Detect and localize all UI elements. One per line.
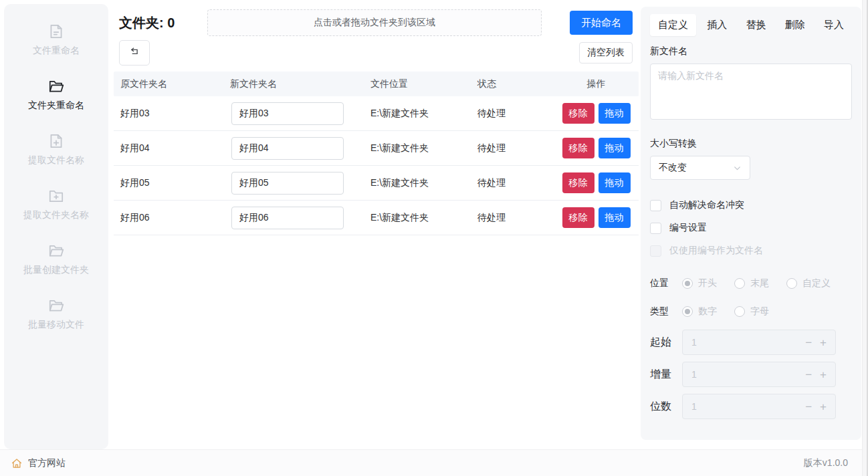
folder-counter: 文件夹: 0 <box>119 14 207 32</box>
start-number-label: 起始 <box>650 336 682 350</box>
new-filename-textarea[interactable] <box>650 64 852 120</box>
sidebar-item-file-rename[interactable]: 文件重命名 <box>33 23 80 57</box>
sidebar-item-folder-rename[interactable]: 文件夹重命名 <box>28 78 84 112</box>
new-filename-label: 新文件名 <box>650 45 852 57</box>
drag-button[interactable]: 拖动 <box>599 138 631 158</box>
remove-button[interactable]: 移除 <box>562 103 594 124</box>
new-name-input[interactable] <box>231 102 344 125</box>
table-row: 好用05 E:\新建文件夹 待处理 移除 拖动 <box>114 166 639 201</box>
drag-button[interactable]: 拖动 <box>599 172 631 193</box>
main-toolbar: 清空列表 <box>119 40 633 66</box>
home-icon <box>11 457 23 469</box>
remove-button[interactable]: 移除 <box>562 207 594 228</box>
folder-counter-value: 0 <box>167 15 175 30</box>
version-label: 版本v1.0.0 <box>804 457 848 469</box>
radio-type-letter: 字母 <box>734 306 769 318</box>
clear-list-button[interactable]: 清空列表 <box>579 42 633 64</box>
radio-icon <box>734 278 745 289</box>
tab-import[interactable]: 导入 <box>816 14 852 36</box>
sidebar-item-label: 批量移动文件 <box>28 319 84 331</box>
case-convert-label: 大小写转换 <box>650 138 852 150</box>
digits-label: 位数 <box>650 400 682 414</box>
new-name-input[interactable] <box>231 172 344 195</box>
sidebar-item-batch-create-folders[interactable]: 批量创建文件夹 <box>23 242 89 276</box>
position-label: 位置 <box>650 277 682 289</box>
drag-button[interactable]: 拖动 <box>599 103 631 124</box>
sidebar-item-batch-move-files[interactable]: 批量移动文件 <box>28 297 84 331</box>
main-topbar: 文件夹: 0 点击或者拖动文件夹到该区域 开始命名 <box>119 9 633 36</box>
new-name-input[interactable] <box>231 137 344 160</box>
tab-replace[interactable]: 替换 <box>738 14 774 36</box>
start-rename-button[interactable]: 开始命名 <box>570 11 633 35</box>
digits-stepper: 1 − + <box>682 394 836 419</box>
stepper-value: 1 <box>691 401 797 412</box>
cell-original-name: 好用06 <box>114 212 219 224</box>
radio-label: 末尾 <box>750 277 769 289</box>
cell-original-name: 好用03 <box>114 108 219 120</box>
radio-position-custom: 自定义 <box>786 277 831 289</box>
table-row: 好用06 E:\新建文件夹 待处理 移除 拖动 <box>114 201 639 235</box>
cell-location: E:\新建文件夹 <box>360 142 467 154</box>
cell-location: E:\新建文件夹 <box>360 212 467 224</box>
cell-location: E:\新建文件夹 <box>360 177 467 189</box>
undo-button[interactable] <box>119 40 150 66</box>
file-plus-icon <box>47 132 65 150</box>
sidebar-item-extract-folder-names[interactable]: 提取文件夹名称 <box>23 187 89 221</box>
position-radio-group: 位置 开头 末尾 自定义 <box>650 277 852 289</box>
remove-button[interactable]: 移除 <box>562 172 594 193</box>
table-row: 好用03 E:\新建文件夹 待处理 移除 拖动 <box>114 96 639 131</box>
col-header-location: 文件位置 <box>360 78 467 90</box>
tab-custom[interactable]: 自定义 <box>650 14 696 36</box>
official-site-link[interactable]: 官方网站 <box>11 457 66 469</box>
digits-row: 位数 1 − + <box>650 394 852 419</box>
checkbox-label: 编号设置 <box>669 222 707 234</box>
col-header-actions: 操作 <box>554 78 639 90</box>
checkbox-auto-resolve-conflicts[interactable]: 自动解决命名冲突 <box>650 199 852 211</box>
cell-original-name: 好用04 <box>114 142 219 154</box>
increment-label: 增量 <box>650 368 682 382</box>
plus-icon: + <box>820 337 827 348</box>
case-convert-select[interactable]: 不改变 <box>650 156 750 180</box>
sidebar-item-label: 文件重命名 <box>33 45 80 57</box>
radio-icon <box>682 306 693 317</box>
checkbox-number-only-filename: 仅使用编号作为文件名 <box>650 245 852 257</box>
remove-button[interactable]: 移除 <box>562 138 594 158</box>
radio-label: 自定义 <box>802 277 831 289</box>
folders-table: 原文件夹名 新文件夹名 文件位置 状态 操作 好用03 E:\新建文件夹 待处理… <box>114 72 639 235</box>
radio-icon <box>682 278 693 289</box>
official-site-label: 官方网站 <box>28 457 66 469</box>
folder-open-icon <box>47 242 65 259</box>
cell-status: 待处理 <box>467 108 554 120</box>
col-header-original-name: 原文件夹名 <box>114 78 219 90</box>
sidebar-item-extract-file-names[interactable]: 提取文件名称 <box>28 132 84 166</box>
sidebar-item-label: 提取文件夹名称 <box>23 209 89 221</box>
new-name-input[interactable] <box>231 207 344 229</box>
checkbox-icon <box>650 200 661 211</box>
cell-status: 待处理 <box>467 142 554 154</box>
undo-icon <box>128 45 140 60</box>
cell-status: 待处理 <box>467 212 554 224</box>
radio-position-end: 末尾 <box>734 277 769 289</box>
sidebar-item-label: 文件夹重命名 <box>28 100 84 112</box>
sidebar: 文件重命名 文件夹重命名 提取文件名称 提取文件夹名称 批量创建文件夹 <box>4 4 108 449</box>
dropzone[interactable]: 点击或者拖动文件夹到该区域 <box>207 9 542 36</box>
file-lines-icon <box>47 23 65 40</box>
tab-insert[interactable]: 插入 <box>699 14 735 36</box>
chevron-down-icon <box>733 164 742 172</box>
folder-rename-app: 文件重命名 文件夹重命名 提取文件名称 提取文件夹名称 批量创建文件夹 <box>0 0 868 476</box>
plus-icon: + <box>820 401 827 412</box>
checkbox-icon <box>650 245 661 257</box>
drag-button[interactable]: 拖动 <box>599 207 631 228</box>
increment-stepper: 1 − + <box>682 362 836 387</box>
window-scrollbar[interactable] <box>862 0 868 476</box>
radio-type-number: 数字 <box>682 306 717 318</box>
sidebar-item-label: 提取文件名称 <box>28 154 84 166</box>
checkbox-numbering-settings[interactable]: 编号设置 <box>650 222 852 234</box>
settings-panel: 自定义 插入 替换 删除 导入 新文件名 大小写转换 不改变 自动解决命名冲突 … <box>641 7 861 440</box>
main-area: 文件夹: 0 点击或者拖动文件夹到该区域 开始命名 清空列表 原文件夹名 新文件… <box>108 0 641 449</box>
panel-tabs: 自定义 插入 替换 删除 导入 <box>650 12 852 37</box>
tab-delete[interactable]: 删除 <box>777 14 813 36</box>
folder-open-icon <box>47 78 65 95</box>
folder-counter-label: 文件夹: <box>119 15 164 30</box>
type-radio-group: 类型 数字 字母 <box>650 306 852 318</box>
